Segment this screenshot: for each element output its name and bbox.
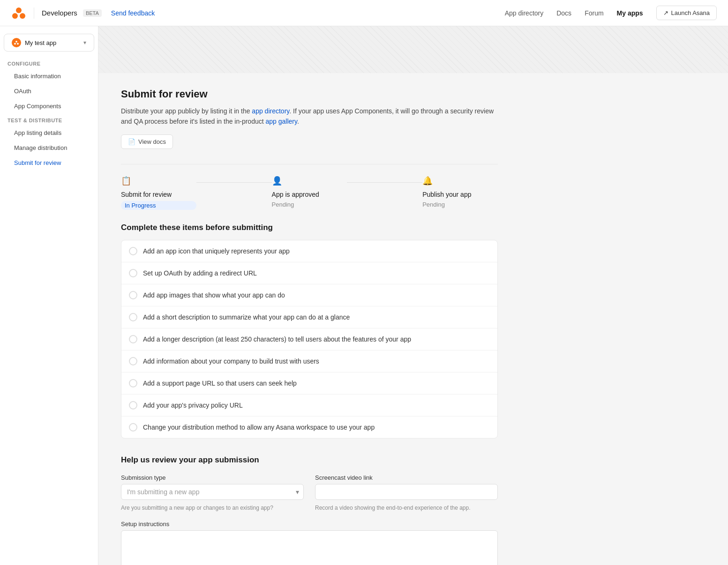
svg-point-5 xyxy=(17,43,19,45)
checklist-circle xyxy=(129,291,137,299)
sidebar-item-app-components[interactable]: App Components xyxy=(3,99,95,113)
step-connector-1 xyxy=(196,182,272,183)
step-submit-label: Submit for review xyxy=(121,191,196,198)
svg-point-1 xyxy=(12,13,18,19)
step-approved-label: App is approved xyxy=(272,191,347,198)
setup-textarea[interactable] xyxy=(121,530,498,565)
svg-point-0 xyxy=(16,7,22,13)
step-submit-status: In Progress xyxy=(121,201,196,210)
checklist-item: Add your app's privacy policy URL xyxy=(121,394,497,416)
checklist-item: Add an app icon that uniquely represents… xyxy=(121,240,497,262)
chevron-down-icon: ▾ xyxy=(83,39,86,46)
checklist-circle xyxy=(129,313,137,321)
app-gallery-link[interactable]: app gallery xyxy=(266,118,297,125)
checklist-item: Change your distribution method to allow… xyxy=(121,416,497,438)
hero-banner xyxy=(98,26,728,73)
step-submit-icon: 📋 xyxy=(121,176,196,186)
header-nav: App directory Docs Forum My apps ↗ Launc… xyxy=(505,6,717,20)
intro-text-3: . xyxy=(297,118,299,125)
checklist-item: Set up OAuth by adding a redirect URL xyxy=(121,262,497,284)
test-distribute-section-label: Test & distribute xyxy=(0,114,98,125)
sidebar-item-app-listing[interactable]: App listing details xyxy=(3,126,95,140)
checklist-item-text: Add information about your company to bu… xyxy=(143,357,319,365)
page-title: Submit for review xyxy=(121,88,498,100)
checklist-circle xyxy=(129,335,137,343)
checklist-item-text: Add a longer description (at least 250 c… xyxy=(143,335,411,343)
sidebar-item-basic-information[interactable]: Basic information xyxy=(3,69,95,83)
feedback-link[interactable]: Send feedback xyxy=(111,9,155,17)
step-publish-label: Publish your app xyxy=(422,191,498,198)
app-icon xyxy=(12,38,21,47)
header: Developers BETA Send feedback App direct… xyxy=(0,0,728,26)
sidebar-label-submit-for-review: Submit for review xyxy=(14,159,61,166)
app-directory-link[interactable]: app directory xyxy=(252,107,289,115)
checklist: Add an app icon that uniquely represents… xyxy=(121,240,498,439)
checklist-circle xyxy=(129,401,137,409)
intro-text-1: Distribute your app publicly by listing … xyxy=(121,107,252,115)
nav-app-directory[interactable]: App directory xyxy=(505,9,543,17)
asana-logo xyxy=(11,6,26,21)
step-publish-status: Pending xyxy=(422,201,498,208)
step-publish-icon: 🔔 xyxy=(422,176,498,186)
configure-section-label: Configure xyxy=(0,57,98,68)
nav-docs[interactable]: Docs xyxy=(556,9,571,17)
submission-type-label: Submission type xyxy=(121,474,304,481)
checklist-circle xyxy=(129,379,137,387)
checklist-item-text: Add an app icon that uniquely represents… xyxy=(143,247,290,255)
checklist-circle xyxy=(129,247,137,255)
checklist-item-text: Add your app's privacy policy URL xyxy=(143,401,243,409)
svg-point-3 xyxy=(15,41,17,43)
header-divider xyxy=(34,7,34,19)
checklist-item-text: Change your distribution method to allow… xyxy=(143,424,375,431)
step-publish: 🔔 Publish your app Pending xyxy=(422,176,498,208)
doc-icon: 📄 xyxy=(128,138,135,145)
help-section: Help us review your app submission Submi… xyxy=(121,455,498,565)
app-layout: My test app ▾ Configure Basic informatio… xyxy=(0,0,728,565)
checklist-circle xyxy=(129,357,137,365)
progress-steps: 📋 Submit for review In Progress 👤 App is… xyxy=(121,164,498,210)
sidebar-label-manage-distribution: Manage distribution xyxy=(14,144,67,151)
form-row-submission: Submission type I'm submitting a new app… xyxy=(121,474,498,511)
step-submit: 📋 Submit for review In Progress xyxy=(121,176,196,210)
submission-type-hint: Are you submitting a new app or changes … xyxy=(121,505,304,511)
checklist-item: Add app images that show what your app c… xyxy=(121,284,497,306)
sidebar-item-submit-for-review[interactable]: Submit for review xyxy=(3,156,95,170)
beta-badge: BETA xyxy=(83,9,102,17)
screencast-label: Screencast video link xyxy=(315,474,498,481)
sidebar-item-oauth[interactable]: OAuth xyxy=(3,84,95,98)
checklist-item: Add information about your company to bu… xyxy=(121,350,497,372)
view-docs-button[interactable]: 📄 View docs xyxy=(121,134,173,149)
header-left: Developers BETA Send feedback xyxy=(11,6,155,21)
screencast-group: Screencast video link Record a video sho… xyxy=(315,474,498,511)
sidebar-label-app-listing: App listing details xyxy=(14,129,61,136)
sidebar-label-basic-information: Basic information xyxy=(14,73,61,80)
sidebar-label-app-components: App Components xyxy=(14,103,61,110)
app-selector[interactable]: My test app ▾ xyxy=(4,34,94,52)
step-connector-2 xyxy=(347,182,422,183)
step-approved: 👤 App is approved Pending xyxy=(272,176,347,208)
sidebar: My test app ▾ Configure Basic informatio… xyxy=(0,26,98,565)
svg-point-2 xyxy=(20,13,25,19)
screencast-hint: Record a video showing the end-to-end ex… xyxy=(315,505,498,511)
svg-point-4 xyxy=(14,43,16,45)
step-approved-status: Pending xyxy=(272,201,347,208)
header-title: Developers xyxy=(42,9,77,17)
checklist-circle xyxy=(129,423,137,431)
checklist-item-text: Add a support page URL so that users can… xyxy=(143,379,297,387)
nav-my-apps[interactable]: My apps xyxy=(617,9,643,17)
checklist-item-text: Add a short description to summarize wha… xyxy=(143,313,350,321)
checklist-item: Add a support page URL so that users can… xyxy=(121,372,497,394)
sidebar-item-manage-distribution[interactable]: Manage distribution xyxy=(3,141,95,155)
nav-forum[interactable]: Forum xyxy=(585,9,603,17)
setup-instructions-group: Setup instructions If an account or paid… xyxy=(121,520,498,565)
checklist-item: Add a short description to summarize wha… xyxy=(121,306,497,328)
checklist-circle xyxy=(129,269,137,277)
submission-type-group: Submission type I'm submitting a new app… xyxy=(121,474,304,511)
help-title: Help us review your app submission xyxy=(121,455,498,465)
launch-asana-button[interactable]: ↗ Launch Asana xyxy=(656,6,717,20)
checklist-item-text: Add app images that show what your app c… xyxy=(143,291,285,299)
submission-type-select[interactable]: I'm submitting a new app xyxy=(121,484,304,500)
screencast-input[interactable] xyxy=(315,484,498,500)
setup-label: Setup instructions xyxy=(121,520,498,528)
launch-label: Launch Asana xyxy=(671,9,710,16)
